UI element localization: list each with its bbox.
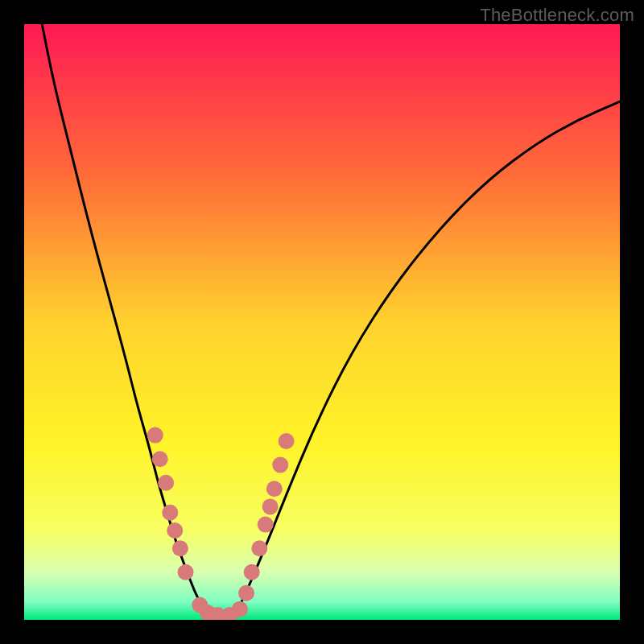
chart-frame: TheBottleneck.com: [0, 0, 644, 644]
data-dot: [152, 451, 168, 467]
data-dot: [251, 540, 267, 556]
curve-svg: [24, 24, 620, 620]
data-dot: [162, 505, 178, 521]
data-dot: [232, 601, 248, 617]
data-dot: [178, 564, 194, 580]
data-dot: [258, 517, 274, 533]
data-dot: [262, 498, 279, 514]
data-dot: [147, 427, 163, 444]
curve-left-branch: [42, 24, 212, 620]
data-dot: [172, 540, 188, 556]
curve-right-branch: [233, 101, 620, 620]
data-dot: [272, 457, 288, 473]
data-dot: [167, 522, 183, 539]
data-dot: [238, 585, 254, 601]
data-dot: [158, 475, 174, 491]
data-dot: [279, 433, 295, 449]
watermark-text: TheBottleneck.com: [480, 5, 634, 26]
data-dot: [244, 564, 260, 580]
data-dot: [266, 481, 283, 497]
plot-area: [24, 24, 620, 620]
